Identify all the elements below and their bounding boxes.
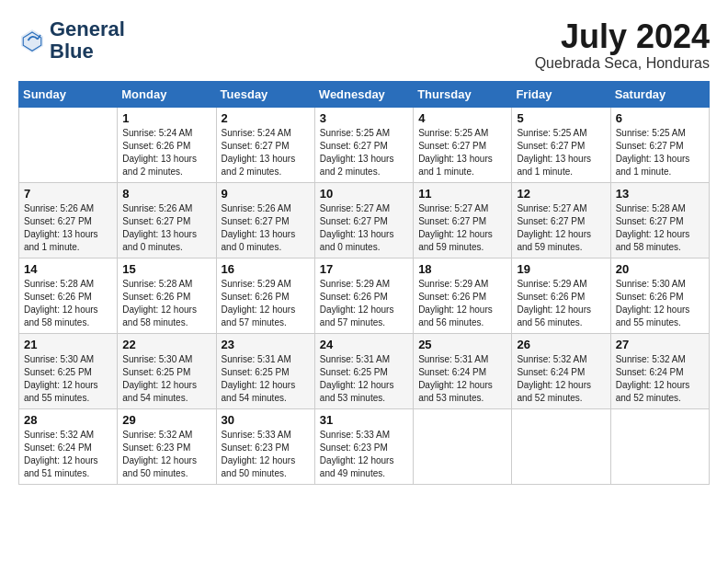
calendar-cell: [610, 408, 709, 484]
day-number: 7: [24, 187, 112, 201]
calendar-cell: 11Sunrise: 5:27 AM Sunset: 6:27 PM Dayli…: [414, 182, 512, 258]
day-number: 30: [222, 413, 310, 427]
calendar-cell: 17Sunrise: 5:29 AM Sunset: 6:26 PM Dayli…: [314, 258, 413, 333]
calendar-cell: 24Sunrise: 5:31 AM Sunset: 6:25 PM Dayli…: [314, 333, 413, 408]
calendar-cell: 29Sunrise: 5:32 AM Sunset: 6:23 PM Dayli…: [118, 408, 216, 484]
calendar-cell: 18Sunrise: 5:29 AM Sunset: 6:26 PM Dayli…: [414, 258, 512, 333]
calendar-cell: [414, 408, 512, 484]
calendar-cell: 16Sunrise: 5:29 AM Sunset: 6:26 PM Dayli…: [216, 258, 314, 333]
day-info: Sunrise: 5:24 AM Sunset: 6:27 PM Dayligh…: [222, 127, 310, 178]
day-info: Sunrise: 5:30 AM Sunset: 6:26 PM Dayligh…: [616, 278, 704, 329]
logo-line1: General: [50, 18, 125, 40]
calendar-cell: 1Sunrise: 5:24 AM Sunset: 6:26 PM Daylig…: [118, 107, 216, 182]
calendar-cell: 14Sunrise: 5:28 AM Sunset: 6:26 PM Dayli…: [19, 258, 118, 333]
calendar-cell: 27Sunrise: 5:32 AM Sunset: 6:24 PM Dayli…: [610, 333, 709, 408]
day-number: 9: [222, 187, 310, 201]
day-number: 23: [222, 338, 310, 351]
day-number: 6: [616, 111, 704, 125]
weekday-header-thursday: Thursday: [414, 81, 512, 107]
location: Quebrada Seca, Honduras: [535, 55, 710, 72]
calendar-cell: [512, 408, 610, 484]
calendar-cell: 30Sunrise: 5:33 AM Sunset: 6:23 PM Dayli…: [216, 408, 314, 484]
weekday-header-wednesday: Wednesday: [314, 81, 413, 107]
day-info: Sunrise: 5:32 AM Sunset: 6:24 PM Dayligh…: [616, 353, 704, 405]
day-info: Sunrise: 5:24 AM Sunset: 6:26 PM Dayligh…: [122, 127, 210, 178]
day-number: 24: [320, 338, 408, 351]
day-info: Sunrise: 5:27 AM Sunset: 6:27 PM Dayligh…: [320, 202, 408, 254]
svg-marker-0: [21, 29, 43, 53]
calendar-cell: 3Sunrise: 5:25 AM Sunset: 6:27 PM Daylig…: [314, 107, 413, 182]
calendar-cell: 28Sunrise: 5:32 AM Sunset: 6:24 PM Dayli…: [19, 408, 118, 484]
month-year: July 2024: [535, 18, 710, 55]
weekday-header-tuesday: Tuesday: [216, 81, 314, 107]
page-header: General Blue July 2024 Quebrada Seca, Ho…: [18, 18, 710, 72]
calendar-cell: 8Sunrise: 5:26 AM Sunset: 6:27 PM Daylig…: [118, 182, 216, 258]
day-number: 20: [616, 262, 704, 276]
day-info: Sunrise: 5:28 AM Sunset: 6:27 PM Dayligh…: [616, 202, 704, 254]
day-info: Sunrise: 5:33 AM Sunset: 6:23 PM Dayligh…: [320, 429, 408, 480]
day-number: 19: [517, 262, 605, 276]
day-info: Sunrise: 5:25 AM Sunset: 6:27 PM Dayligh…: [616, 127, 704, 178]
weekday-row: SundayMondayTuesdayWednesdayThursdayFrid…: [19, 81, 710, 107]
calendar-week-1: 1Sunrise: 5:24 AM Sunset: 6:26 PM Daylig…: [19, 107, 710, 182]
calendar-header: SundayMondayTuesdayWednesdayThursdayFrid…: [19, 81, 710, 107]
day-info: Sunrise: 5:31 AM Sunset: 6:25 PM Dayligh…: [320, 353, 408, 405]
day-info: Sunrise: 5:32 AM Sunset: 6:24 PM Dayligh…: [24, 429, 112, 480]
day-info: Sunrise: 5:29 AM Sunset: 6:26 PM Dayligh…: [320, 278, 408, 329]
logo-line2: Blue: [50, 40, 125, 63]
calendar-week-3: 14Sunrise: 5:28 AM Sunset: 6:26 PM Dayli…: [19, 258, 710, 333]
day-number: 11: [418, 187, 506, 201]
day-info: Sunrise: 5:26 AM Sunset: 6:27 PM Dayligh…: [222, 202, 310, 254]
day-number: 22: [122, 338, 210, 351]
day-number: 1: [122, 111, 210, 125]
logo-text: General Blue: [50, 18, 125, 63]
day-number: 13: [616, 187, 704, 201]
day-info: Sunrise: 5:31 AM Sunset: 6:25 PM Dayligh…: [222, 353, 310, 405]
day-info: Sunrise: 5:25 AM Sunset: 6:27 PM Dayligh…: [418, 127, 506, 178]
calendar-cell: 9Sunrise: 5:26 AM Sunset: 6:27 PM Daylig…: [216, 182, 314, 258]
day-number: 28: [24, 413, 112, 427]
day-number: 2: [222, 111, 310, 125]
day-info: Sunrise: 5:29 AM Sunset: 6:26 PM Dayligh…: [222, 278, 310, 329]
calendar-week-5: 28Sunrise: 5:32 AM Sunset: 6:24 PM Dayli…: [19, 408, 710, 484]
calendar-body: 1Sunrise: 5:24 AM Sunset: 6:26 PM Daylig…: [19, 107, 710, 484]
day-number: 5: [517, 111, 605, 125]
day-info: Sunrise: 5:29 AM Sunset: 6:26 PM Dayligh…: [418, 278, 506, 329]
calendar-cell: 15Sunrise: 5:28 AM Sunset: 6:26 PM Dayli…: [118, 258, 216, 333]
day-info: Sunrise: 5:31 AM Sunset: 6:24 PM Dayligh…: [418, 353, 506, 405]
calendar-cell: 7Sunrise: 5:26 AM Sunset: 6:27 PM Daylig…: [19, 182, 118, 258]
calendar-cell: 20Sunrise: 5:30 AM Sunset: 6:26 PM Dayli…: [610, 258, 709, 333]
day-number: 17: [320, 262, 408, 276]
calendar-week-4: 21Sunrise: 5:30 AM Sunset: 6:25 PM Dayli…: [19, 333, 710, 408]
calendar-week-2: 7Sunrise: 5:26 AM Sunset: 6:27 PM Daylig…: [19, 182, 710, 258]
calendar-cell: 4Sunrise: 5:25 AM Sunset: 6:27 PM Daylig…: [414, 107, 512, 182]
calendar-cell: 12Sunrise: 5:27 AM Sunset: 6:27 PM Dayli…: [512, 182, 610, 258]
day-info: Sunrise: 5:30 AM Sunset: 6:25 PM Dayligh…: [122, 353, 210, 405]
calendar-cell: 23Sunrise: 5:31 AM Sunset: 6:25 PM Dayli…: [216, 333, 314, 408]
day-info: Sunrise: 5:32 AM Sunset: 6:23 PM Dayligh…: [122, 429, 210, 480]
weekday-header-friday: Friday: [512, 81, 610, 107]
day-number: 12: [517, 187, 605, 201]
day-number: 3: [320, 111, 408, 125]
day-number: 16: [222, 262, 310, 276]
day-info: Sunrise: 5:26 AM Sunset: 6:27 PM Dayligh…: [24, 202, 112, 254]
day-info: Sunrise: 5:32 AM Sunset: 6:24 PM Dayligh…: [517, 353, 605, 405]
day-info: Sunrise: 5:27 AM Sunset: 6:27 PM Dayligh…: [517, 202, 605, 254]
calendar-cell: 25Sunrise: 5:31 AM Sunset: 6:24 PM Dayli…: [414, 333, 512, 408]
weekday-header-saturday: Saturday: [610, 81, 709, 107]
day-info: Sunrise: 5:29 AM Sunset: 6:26 PM Dayligh…: [517, 278, 605, 329]
day-number: 18: [418, 262, 506, 276]
calendar-cell: 21Sunrise: 5:30 AM Sunset: 6:25 PM Dayli…: [19, 333, 118, 408]
calendar-cell: 13Sunrise: 5:28 AM Sunset: 6:27 PM Dayli…: [610, 182, 709, 258]
logo-icon: [18, 27, 46, 54]
calendar-table: SundayMondayTuesdayWednesdayThursdayFrid…: [18, 81, 710, 485]
day-number: 21: [24, 338, 112, 351]
calendar-cell: 31Sunrise: 5:33 AM Sunset: 6:23 PM Dayli…: [314, 408, 413, 484]
day-number: 26: [517, 338, 605, 351]
calendar-cell: 2Sunrise: 5:24 AM Sunset: 6:27 PM Daylig…: [216, 107, 314, 182]
day-info: Sunrise: 5:25 AM Sunset: 6:27 PM Dayligh…: [320, 127, 408, 178]
day-info: Sunrise: 5:28 AM Sunset: 6:26 PM Dayligh…: [24, 278, 112, 329]
calendar-cell: [19, 107, 118, 182]
day-number: 10: [320, 187, 408, 201]
weekday-header-sunday: Sunday: [19, 81, 118, 107]
